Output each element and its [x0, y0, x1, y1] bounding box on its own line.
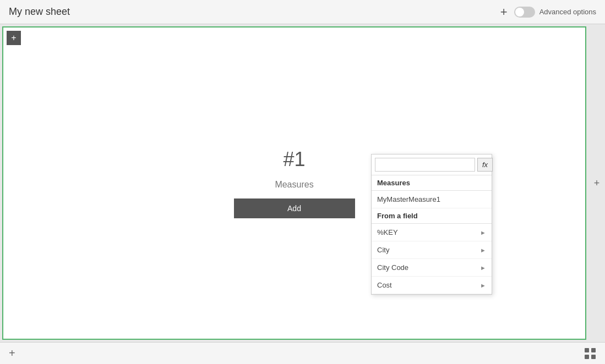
center-content: #1 Measures Add: [234, 148, 355, 218]
chart-number: #1: [283, 148, 305, 171]
dropdown-item-cost[interactable]: Cost ►: [372, 277, 492, 294]
bottom-add-button[interactable]: +: [9, 347, 15, 360]
bottom-bar: +: [0, 342, 605, 364]
sheet-panel: + #1 Measures Add fx Measures MyMasterMe: [2, 26, 586, 340]
chevron-right-icon: ►: [480, 247, 486, 253]
toggle-knob: [515, 8, 524, 16]
add-widget-icon: +: [11, 33, 16, 43]
search-input[interactable]: [375, 158, 475, 172]
grid-view-icon[interactable]: [584, 348, 596, 360]
fx-button[interactable]: fx: [477, 158, 493, 172]
chevron-right-icon: ►: [480, 264, 486, 271]
add-measure-button[interactable]: Add: [234, 198, 355, 218]
dropdown-panel: fx Measures MyMasterMeasure1 From a fiel…: [371, 154, 492, 295]
chevron-right-icon: ►: [480, 229, 486, 236]
item-label: %KEY: [377, 228, 398, 236]
sidebar-add-button[interactable]: +: [594, 178, 600, 189]
section-header-from-a-field: From a field: [372, 208, 492, 224]
right-sidebar: +: [588, 24, 605, 342]
add-widget-button[interactable]: +: [7, 31, 21, 45]
dropdown-item-city[interactable]: City ►: [372, 241, 492, 259]
item-label: City Code: [377, 263, 408, 272]
measures-label: Measures: [275, 180, 313, 190]
chevron-right-icon: ►: [480, 282, 486, 289]
top-bar-right: + Advanced options: [500, 6, 596, 18]
section-header-measures: Measures: [372, 175, 492, 191]
top-bar: My new sheet + Advanced options: [0, 0, 605, 24]
svg-rect-3: [591, 355, 596, 359]
svg-rect-2: [585, 355, 589, 359]
page-title: My new sheet: [9, 6, 70, 18]
search-row: fx: [372, 155, 492, 175]
advanced-options-toggle[interactable]: [514, 7, 535, 18]
item-label: Cost: [377, 281, 392, 289]
dropdown-item-city-code[interactable]: City Code ►: [372, 259, 492, 277]
item-label: City: [377, 246, 389, 254]
dropdown-scroll[interactable]: Measures MyMasterMeasure1 From a field %…: [372, 175, 492, 294]
svg-rect-0: [585, 348, 589, 352]
item-label: MyMasterMeasure1: [377, 195, 440, 203]
top-add-button[interactable]: +: [500, 6, 508, 18]
dropdown-item-percent-key[interactable]: %KEY ►: [372, 224, 492, 241]
canvas-area: + #1 Measures Add fx Measures MyMasterMe: [0, 24, 588, 342]
dropdown-item-mymastermeasure1[interactable]: MyMasterMeasure1: [372, 191, 492, 208]
advanced-options-label: Advanced options: [539, 8, 596, 16]
main-area: + #1 Measures Add fx Measures MyMasterMe: [0, 24, 605, 342]
svg-rect-1: [591, 348, 596, 352]
toggle-container: Advanced options: [514, 7, 596, 18]
